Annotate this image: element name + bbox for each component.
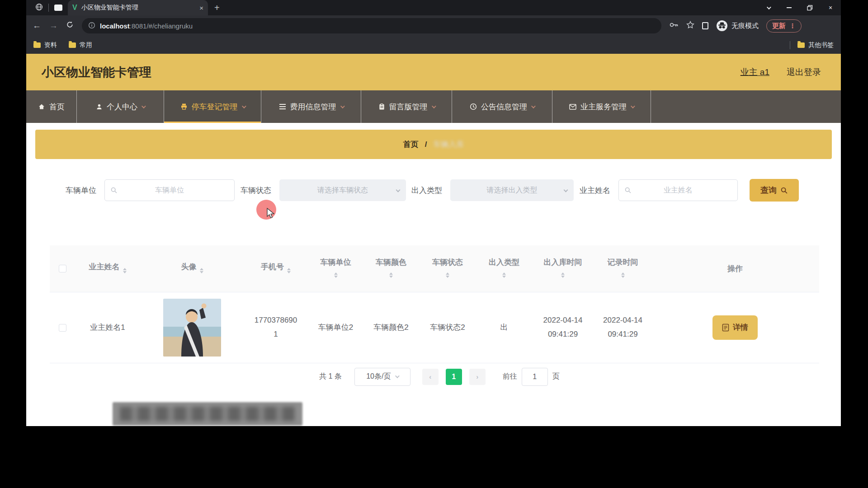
bookmark-label: 常用	[80, 41, 92, 49]
nav-item-announcement-management[interactable]: 公告信息管理	[452, 90, 552, 123]
chevron-down-icon	[631, 104, 635, 108]
nav-item-fee-management[interactable]: 费用信息管理	[261, 90, 361, 123]
nav-item-personal-center[interactable]: 个人中心	[77, 90, 164, 123]
current-user-link[interactable]: 业主 a1	[741, 66, 769, 78]
tab-search-chevron-icon[interactable]	[758, 0, 778, 15]
sort-icons[interactable]	[502, 271, 506, 280]
folder-icon	[797, 42, 805, 48]
nav-item-parking-management[interactable]: 停车登记管理	[164, 90, 261, 123]
globe-icon[interactable]	[35, 3, 43, 13]
prev-page-button[interactable]: ‹	[422, 369, 439, 385]
row-checkbox[interactable]	[59, 324, 66, 332]
page-size-select[interactable]: 10条/页	[354, 368, 410, 386]
chevron-down-icon	[241, 104, 246, 108]
nav-label: 留言版管理	[389, 102, 428, 112]
bookmark-star-icon[interactable]	[686, 21, 694, 31]
side-panel-icon[interactable]	[702, 22, 708, 29]
pinned-tab[interactable]	[54, 5, 62, 11]
col-vehicle-unit[interactable]: 车辆单位	[307, 245, 364, 292]
owner-name-input[interactable]	[619, 180, 737, 201]
url-text: localhost:8081/#/cheliangruku	[100, 22, 193, 30]
menu-dots-icon[interactable]: ⋮	[789, 22, 796, 29]
detail-button-label: 详情	[733, 322, 748, 333]
new-tab-button[interactable]: +	[214, 3, 220, 13]
sort-icons[interactable]	[123, 266, 127, 275]
chevron-down-icon	[396, 188, 401, 192]
sort-icons[interactable]	[200, 266, 203, 275]
col-vehicle-color[interactable]: 车辆颜色	[364, 245, 418, 292]
vehicle-unit-field[interactable]	[104, 179, 235, 201]
nav-item-message-board[interactable]: 留言版管理	[361, 90, 452, 123]
chevron-down-icon	[431, 104, 436, 108]
tab-title: 小区物业智能卡管理	[81, 4, 196, 12]
active-tab[interactable]: V 小区物业智能卡管理 ×	[68, 0, 208, 15]
tab-close-icon[interactable]: ×	[199, 4, 203, 12]
folder-icon	[69, 42, 76, 48]
col-owner-name[interactable]: 业主姓名	[75, 245, 140, 292]
breadcrumb-home[interactable]: 首页	[403, 139, 419, 150]
bookmark-folder-changyong[interactable]: 常用	[69, 41, 92, 49]
col-inout-type[interactable]: 出入类型	[477, 245, 531, 292]
nav-item-owner-service-management[interactable]: 业主服务管理	[552, 90, 651, 123]
other-bookmarks[interactable]: 其他书签	[797, 41, 834, 49]
cell-record-time: 2022-04-1409:41:29	[594, 292, 651, 363]
next-page-button[interactable]: ›	[469, 369, 486, 385]
goto-page-input[interactable]	[522, 368, 548, 386]
address-bar[interactable]: localhost:8081/#/cheliangruku	[82, 18, 661, 33]
search-icon	[780, 187, 788, 194]
window-restore-button[interactable]	[799, 0, 820, 15]
select-all-checkbox[interactable]	[59, 265, 66, 272]
cell-vehicle-status: 车辆状态2	[418, 292, 477, 363]
vehicle-status-select[interactable]: 请选择车辆状态	[279, 179, 406, 201]
col-avatar[interactable]: 头像	[140, 245, 244, 292]
forward-button[interactable]: →	[49, 21, 58, 31]
reload-button[interactable]	[66, 21, 74, 31]
site-title: 小区物业智能卡管理	[42, 64, 151, 80]
table-row: 业主姓名1 17703786901	[50, 292, 819, 363]
clipboard-icon	[378, 103, 385, 110]
info-icon[interactable]	[88, 22, 95, 30]
breadcrumb: 首页 / 车辆入库	[35, 130, 832, 159]
sort-icons[interactable]	[287, 266, 291, 275]
current-page-button[interactable]: 1	[446, 369, 462, 385]
nav-label: 首页	[49, 102, 65, 112]
sort-icons[interactable]	[621, 271, 625, 280]
inout-type-label: 出入类型	[411, 185, 442, 196]
password-key-icon[interactable]	[670, 22, 679, 30]
window-close-button[interactable]: ×	[820, 0, 841, 15]
col-inout-time[interactable]: 出入库时间	[531, 245, 594, 292]
nav-item-home[interactable]: 首页	[26, 90, 77, 123]
page-size-value: 10条/页	[366, 372, 391, 381]
sort-icons[interactable]	[446, 271, 449, 280]
bookmarks-bar: 资料 常用 其他书签	[26, 36, 841, 54]
nav-label: 个人中心	[107, 102, 137, 112]
table-header-row: 业主姓名 头像 手机号 车辆单位 车辆颜色 车辆状态 出入类型 出入库时间 记录…	[50, 245, 819, 292]
bookmark-folder-ziliao[interactable]: 资料	[33, 41, 57, 49]
detail-button[interactable]: 详情	[712, 315, 758, 340]
page-content: 小区物业智能卡管理 业主 a1 退出登录 首页 个人中心 停车登记管理	[26, 54, 841, 426]
query-button[interactable]: 查询	[750, 179, 799, 202]
document-icon	[722, 324, 729, 332]
main-nav: 首页 个人中心 停车登记管理 费用信息管理 留言版管理	[26, 90, 841, 123]
inout-type-placeholder: 请选择出入类型	[487, 186, 538, 195]
mail-icon	[569, 104, 576, 110]
col-phone[interactable]: 手机号	[244, 245, 307, 292]
incognito-label: 无痕模式	[731, 22, 759, 30]
sort-icons[interactable]	[389, 271, 393, 280]
vehicle-unit-input[interactable]	[105, 180, 234, 201]
logout-link[interactable]: 退出登录	[787, 66, 821, 78]
update-button[interactable]: 更新 ⋮	[766, 19, 802, 33]
sort-icons[interactable]	[561, 271, 565, 280]
list-icon	[279, 103, 286, 110]
back-button[interactable]: ←	[33, 21, 41, 31]
pagination-total: 共 1 条	[319, 372, 342, 381]
col-vehicle-status[interactable]: 车辆状态	[418, 245, 477, 292]
col-record-time[interactable]: 记录时间	[594, 245, 651, 292]
sort-icons[interactable]	[334, 271, 338, 280]
cell-phone: 17703786901	[254, 314, 297, 341]
nav-label: 费用信息管理	[290, 102, 336, 112]
window-minimize-button[interactable]	[778, 0, 799, 15]
blurred-watermark-text	[120, 407, 295, 421]
owner-name-field[interactable]	[618, 179, 738, 201]
inout-type-select[interactable]: 请选择出入类型	[450, 179, 574, 201]
